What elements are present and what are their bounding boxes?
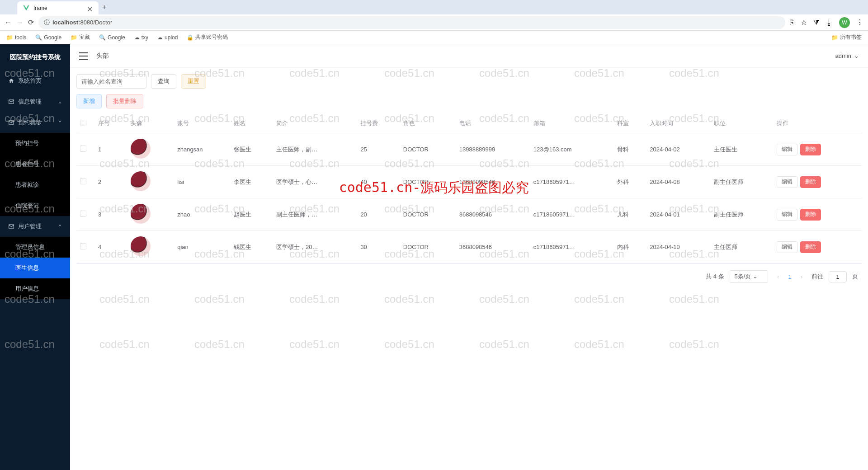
sidebar-item-patient-visit[interactable]: 患者就诊	[0, 174, 70, 195]
new-tab-button[interactable]: +	[102, 3, 106, 11]
cell-email: 123@163.com	[530, 133, 613, 166]
close-icon[interactable]: ✕	[87, 5, 93, 11]
sidebar-item-inpatient[interactable]: 住院登记	[0, 195, 70, 216]
batch-delete-button[interactable]: 批量删除	[106, 94, 143, 108]
action-bar: 新增 批量删除	[76, 94, 862, 108]
extension-icon[interactable]: ⧩	[813, 19, 819, 27]
cell-hired: 2024-04-01	[646, 198, 710, 231]
row-checkbox[interactable]	[80, 146, 86, 152]
cell-avatar	[127, 133, 174, 166]
sidebar-item-info[interactable]: 信息管理 ⌄	[0, 91, 70, 112]
search-input[interactable]	[76, 74, 146, 89]
sidebar-item-user-mgmt[interactable]: 用户管理 ⌃	[0, 216, 70, 237]
reset-button[interactable]: 重置	[181, 74, 206, 89]
reload-icon[interactable]: ⟳	[28, 18, 34, 27]
col-role: 角色	[400, 114, 456, 133]
table-row: 2 lisi 李医生 医学硕士，心… 40 DOCTOR 13688098546…	[76, 166, 862, 198]
cell-email: c1718605971…	[530, 198, 613, 231]
menu-toggle-icon[interactable]	[79, 52, 88, 60]
install-icon[interactable]: ⎘	[790, 19, 794, 27]
sidebar-item-home[interactable]: 系统首页	[0, 70, 70, 91]
cell-pos: 副主任医师	[710, 166, 773, 198]
sidebar-item-label: 预约就诊	[18, 118, 42, 127]
profile-avatar[interactable]: W	[839, 17, 850, 28]
table-row: 3 zhao 赵医生 副主任医师，… 20 DOCTOR 3688098546 …	[76, 198, 862, 231]
sidebar-item-patient-reg[interactable]: 患者挂号	[0, 154, 70, 174]
row-checkbox[interactable]	[80, 211, 86, 217]
sidebar-item-doctor-info[interactable]: 医生信息	[0, 258, 70, 278]
back-icon[interactable]: ←	[5, 19, 12, 27]
edit-button[interactable]: 编辑	[777, 241, 797, 253]
browser-tab[interactable]: frame ✕	[17, 1, 99, 15]
all-bookmarks[interactable]: 📁 所有书签	[831, 33, 862, 41]
goto-input[interactable]	[829, 271, 847, 282]
mail-icon	[8, 223, 14, 230]
info-icon: ⓘ	[44, 19, 50, 27]
bookmark-item[interactable]: ☁ txy	[134, 34, 148, 41]
col-seq: 序号	[94, 114, 127, 133]
edit-button[interactable]: 编辑	[777, 176, 797, 188]
sidebar-item-user-info[interactable]: 用户信息	[0, 278, 70, 299]
user-dropdown[interactable]: admin ⌄	[835, 52, 859, 59]
select-all-checkbox[interactable]	[80, 120, 86, 126]
delete-button[interactable]: 删除	[800, 144, 821, 155]
cell-hired: 2024-04-02	[646, 133, 710, 166]
edit-button[interactable]: 编辑	[777, 144, 797, 155]
row-checkbox[interactable]	[80, 178, 86, 184]
cell-email: c1718605971…	[530, 231, 613, 263]
bookmark-item[interactable]: 🔍 Google	[35, 34, 61, 41]
edit-button[interactable]: 编辑	[777, 209, 797, 221]
url-path: 8080/Doctor	[80, 19, 112, 26]
cell-seq: 4	[94, 231, 127, 263]
bookmark-item[interactable]: 📁 宝藏	[71, 33, 90, 41]
cell-phone: 13988889999	[456, 133, 530, 166]
bookmark-item[interactable]: 📁 tools	[6, 34, 26, 41]
cell-pos: 主任医生	[710, 133, 773, 166]
download-icon[interactable]: ⭳	[826, 19, 833, 27]
cell-seq: 2	[94, 166, 127, 198]
cell-name: 李医生	[230, 166, 273, 198]
chevron-up-icon: ⌃	[58, 120, 62, 126]
bookmark-item[interactable]: 🔍 Google	[99, 34, 125, 41]
cell-pos: 主任医师	[710, 231, 773, 263]
tab-title: frame	[33, 5, 83, 11]
query-button[interactable]: 查询	[151, 74, 176, 89]
cell-phone: 3688098546	[456, 198, 530, 231]
app-header: 头部 admin ⌄	[70, 44, 868, 68]
delete-button[interactable]: 删除	[800, 176, 821, 188]
cell-name: 钱医生	[230, 231, 273, 263]
col-intro: 简介	[273, 114, 357, 133]
menu-icon[interactable]: ⋮	[856, 18, 863, 27]
bookmark-item[interactable]: 🔒 共享账号密码	[187, 33, 228, 41]
star-icon[interactable]: ☆	[801, 18, 807, 27]
delete-button[interactable]: 删除	[800, 241, 821, 253]
url-input[interactable]: ⓘ localhost:8080/Doctor	[38, 16, 785, 29]
avatar-icon	[131, 204, 151, 224]
row-checkbox[interactable]	[80, 243, 86, 249]
avatar-icon	[131, 236, 151, 256]
col-ops: 操作	[773, 114, 862, 133]
cell-dept: 骨科	[613, 133, 646, 166]
pagination: 共 4 条 5条/页 ⌄ ‹ 1 › 前往 页	[76, 263, 862, 289]
cell-account: zhangsan	[174, 133, 230, 166]
cell-intro: 医学硕士，心…	[273, 166, 357, 198]
forward-icon[interactable]: →	[16, 19, 24, 27]
page-size-select[interactable]: 5条/页 ⌄	[730, 270, 768, 283]
sidebar-item-appointment[interactable]: 预约就诊 ⌃	[0, 112, 70, 133]
cell-intro: 主任医师，副…	[273, 133, 357, 166]
prev-page-button[interactable]: ‹	[774, 272, 783, 282]
next-page-button[interactable]: ›	[797, 272, 806, 282]
cell-role: DOCTOR	[400, 198, 456, 231]
browser-address-bar: ← → ⟳ ⓘ localhost:8080/Doctor ⎘ ☆ ⧩ ⭳ W …	[0, 14, 868, 31]
sidebar-item-admin-info[interactable]: 管理员信息	[0, 237, 70, 258]
sidebar-item-register[interactable]: 预约挂号	[0, 133, 70, 154]
delete-button[interactable]: 删除	[800, 209, 821, 221]
cell-name: 赵医生	[230, 198, 273, 231]
bookmark-item[interactable]: ☁ uplod	[157, 34, 178, 41]
current-page[interactable]: 1	[788, 273, 791, 280]
col-fee: 挂号费	[357, 114, 399, 133]
avatar-icon	[131, 139, 151, 159]
chevron-down-icon: ⌄	[854, 52, 859, 59]
add-button[interactable]: 新增	[76, 94, 102, 108]
cell-avatar	[127, 166, 174, 198]
